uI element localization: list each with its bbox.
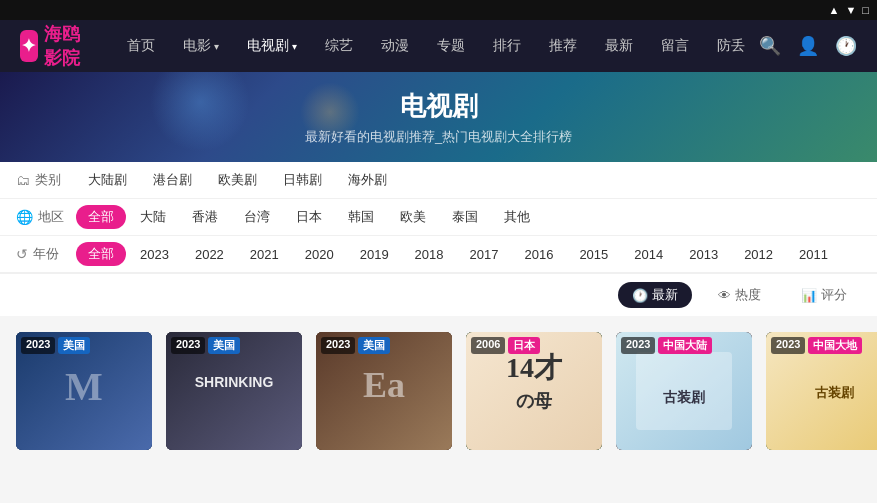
region-hk[interactable]: 香港 [180,205,230,229]
nav-special[interactable]: 专题 [423,20,479,72]
region-label: 🌐 地区 [16,208,76,226]
eye-sort-icon: 👁 [718,288,731,303]
chart-sort-icon: 📊 [801,288,817,303]
year-badge-6: 2023 [771,337,805,354]
year-2021[interactable]: 2021 [238,244,291,265]
region-tw[interactable]: 台湾 [232,205,282,229]
year-badge-4: 2006 [471,337,505,354]
year-2020[interactable]: 2020 [293,244,346,265]
card-badge-1: 2023 美国 [21,337,90,354]
movie-card-3[interactable]: Ea 2023 美国 [316,332,452,450]
region-mainland[interactable]: 大陆 [128,205,178,229]
movie-card-6[interactable]: 古装剧 2023 中国大地 [766,332,877,450]
nav-links: 首页 电影▾ 电视剧▾ 综艺 动漫 专题 排行 推荐 最新 留言 防丢 [113,20,759,72]
card-image-2: SHRINKING 2023 美国 [166,332,302,450]
svg-text:古装剧: 古装剧 [663,389,705,405]
category-filter-row: 🗂 类别 大陆剧 港台剧 欧美剧 日韩剧 海外剧 [0,162,877,199]
year-badge-5: 2023 [621,337,655,354]
card-image-1: M 2023 美国 [16,332,152,450]
year-badge-2: 2023 [171,337,205,354]
movie-card-4[interactable]: 14才 の母 2006 日本 [466,332,602,450]
region-other[interactable]: 其他 [492,205,542,229]
hero-banner: 电视剧 最新好看的电视剧推荐_热门电视剧大全排行榜 [0,72,877,162]
year-2016[interactable]: 2016 [512,244,565,265]
signal-icon: ▲ [829,4,840,16]
nav-rank[interactable]: 排行 [479,20,535,72]
user-icon[interactable]: 👤 [797,35,819,57]
year-all[interactable]: 全部 [76,242,126,266]
year-2022[interactable]: 2022 [183,244,236,265]
nav-home[interactable]: 首页 [113,20,169,72]
year-2014[interactable]: 2014 [622,244,675,265]
category-overseas[interactable]: 海外剧 [336,168,399,192]
year-badge-3: 2023 [321,337,355,354]
nav-message[interactable]: 留言 [647,20,703,72]
nav-antilost[interactable]: 防丢 [703,20,759,72]
country-badge-3: 美国 [358,337,390,354]
region-kr[interactable]: 韩国 [336,205,386,229]
svg-text:の母: の母 [516,391,553,411]
region-west[interactable]: 欧美 [388,205,438,229]
year-2015[interactable]: 2015 [567,244,620,265]
hero-subtitle: 最新好看的电视剧推荐_热门电视剧大全排行榜 [305,128,572,146]
search-icon[interactable]: 🔍 [759,35,781,57]
country-badge-6: 中国大地 [808,337,862,354]
category-icon: 🗂 [16,172,30,188]
sort-rating[interactable]: 📊 评分 [787,282,861,308]
globe-icon: 🌐 [16,209,33,225]
navbar: ✦ 海鸥影院 首页 电影▾ 电视剧▾ 综艺 动漫 专题 排行 推荐 最新 留言 … [0,20,877,72]
nav-tv[interactable]: 电视剧▾ [233,20,311,72]
year-2023[interactable]: 2023 [128,244,181,265]
year-2018[interactable]: 2018 [403,244,456,265]
status-bar: ▲ ▼ □ [0,0,877,20]
category-hktw[interactable]: 港台剧 [141,168,204,192]
region-jp[interactable]: 日本 [284,205,334,229]
movie-grid: M 2023 美国 [0,316,877,466]
card-badge-4: 2006 日本 [471,337,540,354]
card-image-5: 古装剧 2023 中国大陆 [616,332,752,450]
sort-popular[interactable]: 👁 热度 [704,282,775,308]
nav-latest[interactable]: 最新 [591,20,647,72]
category-western[interactable]: 欧美剧 [206,168,269,192]
movie-card-5[interactable]: 古装剧 2023 中国大陆 [616,332,752,450]
region-thai[interactable]: 泰国 [440,205,490,229]
year-icon: ↺ [16,246,28,262]
sort-latest[interactable]: 🕐 最新 [618,282,692,308]
clock-sort-icon: 🕐 [632,288,648,303]
year-items: 全部 2023 2022 2021 2020 2019 2018 2017 20… [76,242,840,266]
nav-recommend[interactable]: 推荐 [535,20,591,72]
region-items: 全部 大陆 香港 台湾 日本 韩国 欧美 泰国 其他 [76,205,542,229]
category-jk[interactable]: 日韩剧 [271,168,334,192]
year-filter-row: ↺ 年份 全部 2023 2022 2021 2020 2019 2018 20… [0,236,877,273]
clock-icon[interactable]: 🕐 [835,35,857,57]
filters: 🗂 类别 大陆剧 港台剧 欧美剧 日韩剧 海外剧 🌐 地区 全部 大陆 香港 台… [0,162,877,316]
movie-card-1[interactable]: M 2023 美国 [16,332,152,450]
year-2011[interactable]: 2011 [787,244,840,265]
region-all[interactable]: 全部 [76,205,126,229]
category-mainland[interactable]: 大陆剧 [76,168,139,192]
country-badge-5: 中国大陆 [658,337,712,354]
nav-movie[interactable]: 电影▾ [169,20,233,72]
year-label: ↺ 年份 [16,245,76,263]
hero-title: 电视剧 [400,89,478,124]
logo-icon: ✦ [20,30,38,62]
year-2013[interactable]: 2013 [677,244,730,265]
nav-right: 🔍 👤 🕐 [759,35,857,57]
card-image-4: 14才 の母 2006 日本 [466,332,602,450]
year-2017[interactable]: 2017 [458,244,511,265]
card-badge-6: 2023 中国大地 [771,337,862,354]
logo[interactable]: ✦ 海鸥影院 [20,22,83,70]
year-2019[interactable]: 2019 [348,244,401,265]
year-2012[interactable]: 2012 [732,244,785,265]
country-badge-2: 美国 [208,337,240,354]
card-badge-3: 2023 美国 [321,337,390,354]
card-image-3: Ea 2023 美国 [316,332,452,450]
battery-icon: □ [862,4,869,16]
nav-anime[interactable]: 动漫 [367,20,423,72]
svg-text:M: M [65,364,103,409]
category-items: 大陆剧 港台剧 欧美剧 日韩剧 海外剧 [76,168,399,192]
year-badge-1: 2023 [21,337,55,354]
region-filter-row: 🌐 地区 全部 大陆 香港 台湾 日本 韩国 欧美 泰国 其他 [0,199,877,236]
nav-variety[interactable]: 综艺 [311,20,367,72]
movie-card-2[interactable]: SHRINKING 2023 美国 [166,332,302,450]
